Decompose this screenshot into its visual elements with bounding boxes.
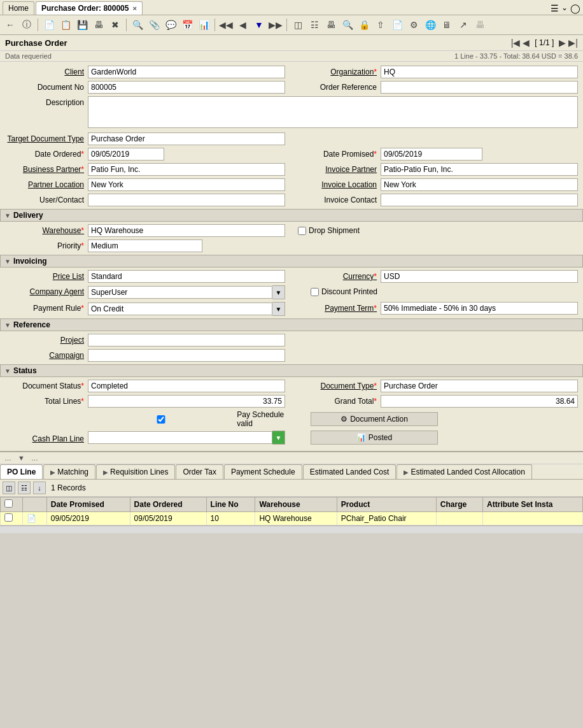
doc-status-input[interactable] [88,380,285,392]
prev-btn[interactable]: ◀ [235,17,250,32]
doc-type-input[interactable] [381,380,578,392]
horizontal-scrollbar[interactable] [0,525,583,533]
mini-dots-left[interactable]: … [3,453,13,462]
table-grid-btn[interactable]: ◫ [3,482,15,494]
date-ordered-input[interactable] [88,148,164,161]
row-checkbox[interactable] [4,513,13,522]
cash-plan-input[interactable] [88,431,272,444]
tab-payment-schedule[interactable]: Payment Schedule [224,464,302,479]
campaign-input[interactable] [88,349,285,362]
table-row[interactable]: 📄 09/05/2019 09/05/2019 10 HQ Warehouse … [1,512,583,525]
next-nav-btn[interactable]: ▶ [559,38,566,48]
form-btn[interactable]: ☷ [307,17,322,32]
web-btn[interactable]: 🌐 [423,17,438,32]
price-list-link[interactable]: Price List [53,272,84,281]
close-icon[interactable]: × [132,4,136,12]
payment-rule-input[interactable] [88,303,272,315]
warehouse-input[interactable] [88,224,285,237]
partner-loc-link[interactable]: Partner Location [28,180,84,189]
company-agent-input[interactable] [88,286,272,299]
partner-loc-input[interactable] [88,178,285,191]
delete-btn[interactable]: ✖ [108,17,123,32]
organization-input[interactable] [381,66,578,78]
invoice-partner-input[interactable] [381,163,578,176]
campaign-link[interactable]: Campaign [49,351,84,360]
copy-btn[interactable]: 📋 [58,17,73,32]
new-btn[interactable]: 📄 [41,17,57,32]
user-contact-input[interactable] [88,194,285,206]
payment-term-input[interactable] [381,302,578,315]
target-doc-link[interactable]: Target Document Type [7,134,84,143]
payment-rule-dropdown-arrow[interactable]: ▼ [272,302,285,316]
invoicing-section-header[interactable]: ▼ Invoicing [0,255,583,268]
menu-icon[interactable]: ☰ [551,3,559,13]
last-nav-btn[interactable]: ▶| [568,38,578,48]
prev-nav-btn[interactable]: ◀ [523,38,530,48]
grid-btn[interactable]: ◫ [290,17,306,32]
client-input[interactable] [88,66,285,78]
table-save-btn[interactable]: ↓ [33,482,46,494]
tab-order-tax[interactable]: Order Tax [176,464,223,479]
biz-partner-link[interactable]: Business Partner* [23,165,84,174]
pay-schedule-checkbox[interactable] [88,415,234,424]
delivery-section-header[interactable]: ▼ Delivery [0,209,583,222]
lock-btn[interactable]: 🔒 [356,17,372,32]
biz-partner-input[interactable] [88,163,285,176]
next-btn[interactable]: ▼ [251,17,267,32]
monitor-btn[interactable]: 🖥 [439,17,454,32]
chat-btn[interactable]: 💬 [163,17,178,32]
doc-type-link[interactable]: Document Type* [321,382,377,390]
invoice-loc-link[interactable]: Invoice Location [321,180,377,189]
calendar-btn[interactable]: 📅 [179,17,195,32]
report-btn[interactable]: 📄 [390,17,405,32]
tab-po-line[interactable]: PO Line [0,464,43,479]
order-ref-input[interactable] [381,81,578,94]
target-doc-input[interactable] [88,132,285,145]
invoice-contact-input[interactable] [381,194,578,206]
tab-requisition-lines[interactable]: ▶ Requisition Lines [96,464,175,479]
docno-input[interactable] [88,81,285,94]
first-btn[interactable]: ◀◀ [218,17,234,32]
help-circle-icon[interactable]: ◯ [570,3,580,13]
cash-plan-dropdown-arrow[interactable]: ▼ [272,431,285,445]
company-agent-link[interactable]: Company Agent [30,287,84,296]
tab-matching[interactable]: ▶ Matching [43,464,95,479]
organization-link[interactable]: Organization* [330,68,377,76]
document-action-button[interactable]: ⚙ Document Action [311,412,438,426]
company-agent-dropdown-arrow[interactable]: ▼ [272,285,285,299]
chart-btn[interactable]: 📊 [196,17,211,32]
priority-input[interactable] [88,239,202,252]
drop-shipment-checkbox[interactable] [298,227,306,235]
currency-link[interactable]: Currency* [343,272,377,281]
save-btn[interactable]: 💾 [74,17,90,32]
settings-btn[interactable]: ⚙ [406,17,421,32]
tab-estimated-landed-cost[interactable]: Estimated Landed Cost [303,464,397,479]
warehouse-link[interactable]: Warehouse* [42,226,84,235]
tab-purchase-order[interactable]: Purchase Order: 800005 × [36,1,143,15]
back-btn[interactable]: ← [3,17,18,32]
mini-dots-right[interactable]: … [29,453,40,462]
first-nav-btn[interactable]: |◀ [511,38,521,48]
mini-down-btn[interactable]: ▼ [16,453,27,462]
description-input[interactable] [88,96,578,128]
project-input[interactable] [88,334,285,346]
currency-input[interactable] [381,270,578,283]
reference-section-header[interactable]: ▼ Reference [0,318,583,331]
select-all-checkbox[interactable] [4,499,13,508]
invoice-partner-link[interactable]: Invoice Partner [325,165,377,174]
total-lines-input[interactable] [88,395,285,408]
invoice-loc-input[interactable] [381,178,578,191]
attachment-btn[interactable]: 📎 [146,17,162,32]
print-btn[interactable]: 🖶 [323,17,339,32]
tab-home[interactable]: Home [3,1,34,15]
discount-printed-checkbox[interactable] [311,288,319,296]
help-btn[interactable]: ⓘ [19,17,34,32]
status-section-header[interactable]: ▼ Status [0,364,583,377]
date-promised-input[interactable] [381,148,482,161]
grand-total-input[interactable] [381,395,578,408]
posted-button[interactable]: 📊 Posted [311,431,438,445]
find-btn[interactable]: 🔍 [130,17,145,32]
payment-term-link[interactable]: Payment Term* [325,304,377,313]
last-btn[interactable]: ▶▶ [268,17,283,32]
cash-plan-link[interactable]: Cash Plan Line [32,434,84,443]
